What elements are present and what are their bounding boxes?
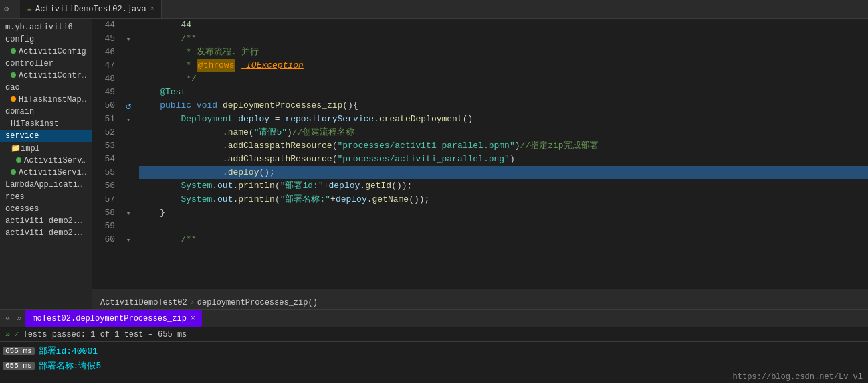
horizontal-scrollbar[interactable] xyxy=(92,289,868,295)
code-line-60: /** xyxy=(139,233,868,246)
gutter-cell xyxy=(120,166,136,179)
output-text-1: 部署名称:请假5 xyxy=(39,360,102,372)
bottom-tab-icon-right[interactable]: » xyxy=(14,314,24,323)
sidebar-item-config[interactable]: config xyxy=(0,33,92,46)
gutter-cell xyxy=(120,72,136,86)
breadcrumb-part2: deploymentProcesses_zip() xyxy=(197,298,318,307)
bottom-tabs: « » moTest02.deploymentProcesses_zip × xyxy=(0,310,868,327)
check-icon: ✓ xyxy=(14,329,19,339)
code-line-57: System.out.println("部署名称:"+deploy.getNam… xyxy=(139,193,868,206)
code-line-48: */ xyxy=(139,72,868,86)
bottom-tab-icon-left[interactable]: « xyxy=(3,314,13,323)
status-dot xyxy=(16,157,21,163)
sidebar-item-impl[interactable]: 📁impl xyxy=(0,142,92,155)
editor-area: 44 45 46 47 48 49 50 51 52 53 54 55 56 5… xyxy=(92,19,868,309)
status-text: Tests passed: 1 of 1 test – 655 ms xyxy=(23,330,187,339)
breadcrumb-sep1: › xyxy=(190,298,195,307)
code-container: 44 45 46 47 48 49 50 51 52 53 54 55 56 5… xyxy=(92,19,868,289)
gutter-cell xyxy=(120,46,136,59)
bottom-tab-active[interactable]: moTest02.deploymentProcesses_zip × xyxy=(25,310,202,327)
code-line-49: @Test xyxy=(139,86,868,99)
output-line-0: 655 ms 部署id:40001 xyxy=(3,343,865,358)
bottom-tab-close[interactable]: × xyxy=(191,314,195,323)
code-line-54: .addClasspathResource("processes/activit… xyxy=(139,153,868,166)
line-numbers: 44 45 46 47 48 49 50 51 52 53 54 55 56 5… xyxy=(92,19,120,289)
gutter-cell xyxy=(120,19,136,32)
gutter-cell xyxy=(120,59,136,72)
java-file-icon: ☕ xyxy=(27,5,31,13)
gutter-fold[interactable]: ▾ xyxy=(120,32,136,46)
status-bar: » ✓ Tests passed: 1 of 1 test – 655 ms xyxy=(0,327,868,342)
sidebar-item-hitaskinst[interactable]: HiTaskinst xyxy=(0,118,92,130)
editor-tab[interactable]: ☕ ActivitiDemoTest02.java × xyxy=(20,0,161,18)
sidebar-item-activiti-service[interactable]: ActivitiService xyxy=(0,167,92,179)
time-badge-0: 655 ms xyxy=(3,347,35,355)
code-lines[interactable]: 44 /** * 发布流程. 并行 * @throws IOException xyxy=(136,19,868,289)
output-text-0: 部署id:40001 xyxy=(39,345,98,357)
gutter-cell xyxy=(120,220,136,233)
status-dot xyxy=(11,169,16,175)
sidebar-item-png[interactable]: activiti_demo2.png xyxy=(0,227,92,239)
minimize-icon: — xyxy=(11,5,16,14)
code-line-59 xyxy=(139,220,868,233)
code-line-58: } xyxy=(139,206,868,220)
sidebar-item-bpmn[interactable]: activiti_demo2.bpmn xyxy=(0,215,92,227)
gutter-cell xyxy=(120,86,136,99)
bottom-output: 655 ms 部署id:40001 655 ms 部署名称:请假5 xyxy=(0,342,868,374)
arrow-icon: » xyxy=(5,330,10,339)
time-badge-1: 655 ms xyxy=(3,362,35,370)
code-line-52: .name("请假5")//创建流程名称 xyxy=(139,126,868,139)
code-line-44: 44 xyxy=(139,19,868,32)
gutter-fold[interactable]: ▾ xyxy=(120,206,136,220)
sidebar-item-controller[interactable]: controller xyxy=(0,58,92,70)
bottom-tab-label: moTest02.deploymentProcesses_zip xyxy=(32,314,186,323)
tab-close-button[interactable]: × xyxy=(150,5,154,13)
code-line-50: public void deploymentProcesses_zip(){ xyxy=(139,99,868,112)
main-area: m.yb.activiti6 config ActivitiConfig con… xyxy=(0,19,868,309)
sidebar-item-ocesses[interactable]: ocesses xyxy=(0,203,92,215)
code-line-45: /** xyxy=(139,32,868,46)
sidebar-item-dao[interactable]: dao xyxy=(0,82,92,94)
gutter-cell xyxy=(120,153,136,166)
sidebar-item-activiti-config[interactable]: ActivitiConfig xyxy=(0,46,92,58)
breadcrumb-bar: ActivitiDemoTest02 › deploymentProcesses… xyxy=(92,295,868,309)
sidebar-item-lambda-application[interactable]: LambdaApplication... xyxy=(0,179,92,191)
status-dot xyxy=(11,48,16,54)
gutter: ▾ ↺ ▾ ▾ ▾ xyxy=(120,19,136,289)
code-line-56: System.out.println("部署id:"+deploy.getId(… xyxy=(139,179,868,193)
code-line-53: .addClasspathResource("processes/activit… xyxy=(139,139,868,153)
code-line-46: * 发布流程. 并行 xyxy=(139,46,868,59)
sidebar-item-rces[interactable]: rces xyxy=(0,191,92,203)
settings-icon: ⚙ xyxy=(4,4,9,14)
bottom-panel: « » moTest02.deploymentProcesses_zip × »… xyxy=(0,309,868,383)
sidebar-item-service[interactable]: service xyxy=(0,130,92,142)
tab-label: ActivitiDemoTest02.java xyxy=(35,5,146,14)
sidebar-item-activiti-controller[interactable]: ActivitiController xyxy=(0,70,92,82)
sidebar: m.yb.activiti6 config ActivitiConfig con… xyxy=(0,19,92,309)
blog-url: https://blog.csdn.net/Lv_vl xyxy=(728,371,868,383)
sidebar-item-hitaskinst-mapper[interactable]: HiTaskinstMapper xyxy=(0,94,92,106)
sidebar-item-domain[interactable]: domain xyxy=(0,106,92,118)
gutter-cell xyxy=(120,126,136,139)
gutter-cell xyxy=(120,179,136,193)
status-dot xyxy=(11,72,16,78)
status-dot xyxy=(11,96,16,102)
gutter-fold[interactable]: ▾ xyxy=(120,233,136,246)
code-line-51: Deployment deploy = repositoryService.cr… xyxy=(139,112,868,126)
output-area: 655 ms 部署id:40001 655 ms 部署名称:请假5 https:… xyxy=(0,342,868,383)
gutter-cell: ↺ xyxy=(120,99,136,112)
gutter-fold[interactable]: ▾ xyxy=(120,112,136,126)
code-line-47: * @throws IOException xyxy=(139,59,868,72)
code-line-55: .deploy(); xyxy=(139,166,868,179)
folder-icon: 📁 xyxy=(11,144,21,153)
tab-bar: ⚙ — ☕ ActivitiDemoTest02.java × xyxy=(0,0,868,19)
gutter-cell xyxy=(120,193,136,206)
tab-bar-icons: ⚙ — xyxy=(0,4,20,14)
breadcrumb-part1: ActivitiDemoTest02 xyxy=(100,298,187,307)
sidebar-item-myb-activiti6[interactable]: m.yb.activiti6 xyxy=(0,21,92,33)
gutter-cell xyxy=(120,139,136,153)
sidebar-item-activiti-service-impl[interactable]: ActivitiServiceIm... xyxy=(0,155,92,167)
